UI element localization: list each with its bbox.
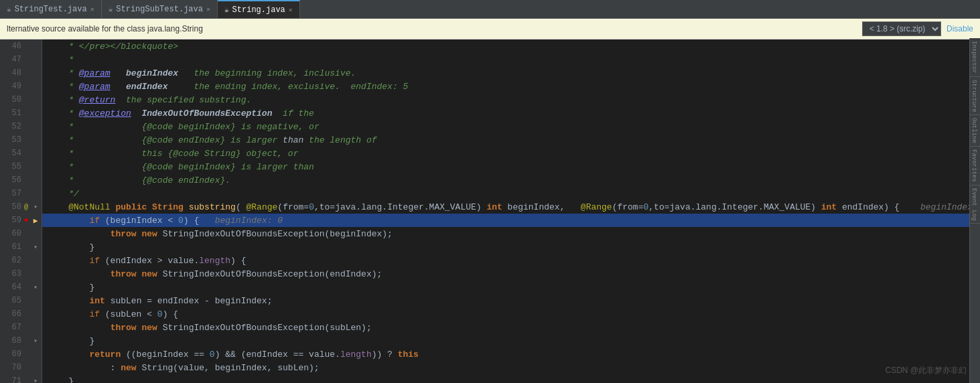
notice-text: lternative source available for the clas… (7, 24, 203, 33)
line-number-60: 60 (1, 229, 21, 238)
line-number-69: 69 (1, 350, 21, 359)
gutter-row-50: 50 (0, 93, 42, 106)
line-number-51: 51 (1, 108, 21, 118)
lines-and-code: 46 47 48 49 50 (0, 40, 980, 383)
gutter-fold-71[interactable]: ▾ (31, 377, 40, 383)
gutter-row-47: 47 (0, 53, 42, 66)
code-line-54: * this {@code String} object, or (42, 147, 980, 160)
line-number-57: 57 (1, 189, 21, 198)
code-line-71: } (42, 374, 980, 383)
gutter-row-53: 53 (0, 133, 42, 147)
side-label-inspector[interactable]: Inspector (970, 38, 980, 77)
gutter-row-51: 51 (0, 106, 42, 120)
tab-icon-string: ☕ (224, 5, 229, 14)
gutter-row-63: 63 (0, 267, 42, 281)
side-label-eventlog[interactable]: Event Log (970, 185, 980, 224)
line-number-49: 49 (1, 82, 21, 91)
line-number-46: 46 (1, 42, 21, 51)
tab-close-stringtest[interactable]: ✕ (90, 5, 94, 13)
gutter-fold-64[interactable]: ▾ (31, 283, 40, 291)
gutter-arrow-59: ▶ (31, 216, 40, 225)
tab-stringsubtest[interactable]: ☕ StringSubTest.java ✕ (102, 0, 218, 18)
gutter-row-66: 66 (0, 307, 42, 321)
disable-button[interactable]: Disable (947, 24, 973, 33)
notice-right: < 1.8 > (src.zip) Disable (862, 21, 973, 36)
code-text-46: * </pre></blockquote> (48, 42, 178, 52)
gutter-fold-61[interactable]: ▾ (31, 243, 40, 251)
line-number-58: 58 (1, 202, 21, 212)
line-number-48: 48 (1, 68, 21, 78)
line-number-71: 71 (1, 376, 21, 383)
notice-bar: lternative source available for the clas… (0, 19, 980, 40)
tab-close-stringsubtest[interactable]: ✕ (206, 5, 210, 13)
line-number-54: 54 (1, 149, 21, 158)
version-select[interactable]: < 1.8 > (src.zip) (862, 21, 941, 36)
gutter-row-59: 59 ● ▶ (0, 214, 42, 227)
tab-string[interactable]: ☕ String.java ✕ (218, 0, 300, 18)
gutter-row-69: 69 (0, 348, 42, 361)
gutter-row-52: 52 (0, 120, 42, 133)
gutter-row-65: 65 (0, 294, 42, 307)
code-line-50: * @return the specified substring. (42, 93, 980, 106)
gutter-row-60: 60 (0, 227, 42, 240)
line-number-66: 66 (1, 309, 21, 319)
gutter-fold-58[interactable]: ▾ (31, 203, 40, 211)
line-number-63: 63 (1, 269, 21, 279)
code-line-64: } (42, 281, 980, 294)
tab-stringtest[interactable]: ☕ StringTest.java ✕ (0, 0, 102, 18)
gutter-row-56: 56 (0, 173, 42, 187)
code-line-52: * {@code beginIndex} is negative, or (42, 120, 980, 133)
line-number-68: 68 (1, 336, 21, 346)
line-number-65: 65 (1, 296, 21, 305)
code-line-61: } (42, 240, 980, 254)
editor-container: 46 47 48 49 50 (0, 40, 980, 383)
code-line-59: if (beginIndex < 0) { beginIndex: 0 (42, 214, 980, 227)
code-line-53: * {@code endIndex} is larger than the le… (42, 133, 980, 147)
code-line-69: return ((beginIndex == 0) && (endIndex =… (42, 348, 980, 361)
code-line-58: @NotNull public String substring( @Range… (42, 200, 980, 214)
line-number-67: 67 (1, 323, 21, 332)
line-number-59: 59 (1, 216, 21, 225)
line-number-55: 55 (1, 162, 21, 171)
side-label-structure[interactable]: Structure (970, 77, 980, 116)
code-line-67: throw new StringIndexOutOfBoundsExceptio… (42, 321, 980, 334)
side-label-favorites[interactable]: Favorites (970, 147, 980, 185)
line-number-50: 50 (1, 95, 21, 104)
gutter-row-57: 57 (0, 187, 42, 200)
code-line-49: * @param endIndex the ending index, excl… (42, 80, 980, 93)
code-content[interactable]: * </pre></blockquote> * * @param beginIn… (42, 40, 980, 383)
code-line-55: * {@code beginIndex} is larger than (42, 160, 980, 173)
line-number-61: 61 (1, 242, 21, 252)
line-number-56: 56 (1, 175, 21, 185)
tab-close-string[interactable]: ✕ (289, 6, 293, 14)
gutter-row-49: 49 (0, 80, 42, 93)
gutter-row-62: 62 (0, 254, 42, 267)
gutter-fold-68[interactable]: ▾ (31, 337, 40, 345)
code-line-66: if (subLen < 0) { (42, 307, 980, 321)
side-label-outline[interactable]: Outline (970, 115, 980, 147)
code-line-56: * {@code endIndex}. (42, 173, 980, 187)
code-line-57: */ (42, 187, 980, 200)
tab-label-string: String.java (232, 5, 285, 15)
gutter-bp-59[interactable]: ● (21, 216, 31, 225)
line-number-70: 70 (1, 363, 21, 372)
line-number-47: 47 (1, 55, 21, 64)
code-line-47: * (42, 53, 980, 66)
gutter-at-58: @ (21, 204, 31, 211)
line-number-53: 53 (1, 135, 21, 145)
tab-icon-stringtest: ☕ (7, 5, 11, 13)
gutter-row-54: 54 (0, 147, 42, 160)
gutter-row-61: 61 ▾ (0, 240, 42, 254)
gutter-row-46: 46 (0, 40, 42, 53)
gutter-row-58: 58 @ ▾ (0, 200, 42, 214)
gutter-row-71: 71 ▾ (0, 374, 42, 383)
tab-label-stringtest: StringTest.java (15, 5, 87, 14)
gutter: 46 47 48 49 50 (0, 40, 42, 383)
tab-icon-stringsubtest: ☕ (109, 5, 113, 13)
code-line-65: int subLen = endIndex - beginIndex; (42, 294, 980, 307)
gutter-row-68: 68 ▾ (0, 334, 42, 348)
gutter-row-48: 48 (0, 66, 42, 80)
gutter-row-67: 67 (0, 321, 42, 334)
line-number-64: 64 (1, 283, 21, 292)
code-line-62: if (endIndex > value.length) { (42, 254, 980, 267)
